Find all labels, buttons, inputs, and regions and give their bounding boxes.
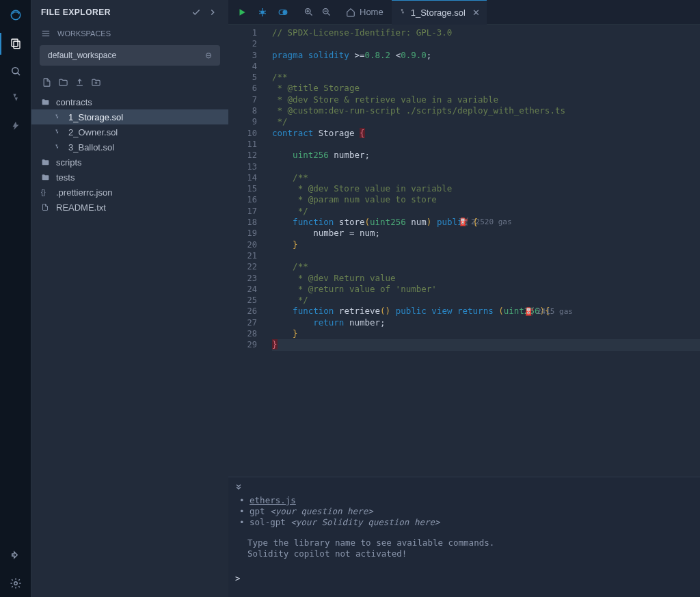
code-line[interactable]: */ (272, 116, 700, 127)
code-line[interactable]: function retrieve() public view returns … (272, 306, 700, 317)
code-line[interactable]: // SPDX-License-Identifier: GPL-3.0 (272, 27, 700, 38)
code-line[interactable] (272, 139, 700, 150)
upload-folder-icon[interactable] (89, 75, 103, 89)
code-line[interactable]: * @dev Return value (272, 273, 700, 284)
tree-label: scripts (56, 157, 82, 168)
tree-file[interactable]: README.txt (31, 200, 228, 215)
home-tab[interactable]: Home (338, 0, 392, 25)
hamburger-icon[interactable] (41, 29, 51, 38)
new-file-icon[interactable] (40, 75, 53, 89)
code-line[interactable]: * @title Storage (272, 83, 700, 94)
tree-folder[interactable]: contracts (31, 94, 228, 109)
code-line[interactable]: uint256 number; (272, 150, 700, 161)
line-number: 1 (228, 27, 267, 38)
line-number: 11 (228, 139, 267, 150)
code-line[interactable]: */ (272, 206, 700, 217)
svg-line-26 (327, 13, 329, 15)
code-line[interactable] (272, 61, 700, 72)
code-line[interactable]: * @dev Store value in variable (272, 183, 700, 194)
code-line[interactable]: } (272, 239, 700, 250)
run-controls (228, 4, 297, 21)
code-line[interactable]: */ (272, 295, 700, 306)
line-number: 7 (228, 94, 267, 105)
settings-icon[interactable] (0, 570, 31, 597)
svg-line-18 (265, 13, 266, 14)
svg-point-5 (14, 582, 17, 585)
workspace-select[interactable]: default_workspace ⊖ (40, 45, 220, 66)
run-icon[interactable] (234, 4, 250, 21)
zoom-out-icon[interactable] (319, 5, 334, 20)
toggle-icon[interactable] (275, 4, 291, 21)
tree-label: 2_Owner.sol (68, 127, 118, 137)
line-number: 18 (228, 217, 267, 228)
code-line[interactable]: * @param num value to store (272, 194, 700, 205)
new-folder-icon[interactable] (56, 75, 70, 89)
folder-icon (41, 98, 52, 107)
terminal-body[interactable]: ethers.js gpt <your question here> sol-g… (228, 477, 700, 589)
upload-icon[interactable] (72, 75, 86, 89)
code-line[interactable] (272, 250, 700, 261)
file-tab[interactable]: 1_Storage.sol ✕ (392, 0, 487, 25)
tree-label: .prettierrc.json (56, 187, 112, 198)
svg-rect-1 (12, 39, 18, 47)
line-number: 10 (228, 128, 267, 139)
tree-file[interactable]: 2_Owner.sol (31, 124, 228, 140)
line-number: 24 (228, 284, 267, 295)
code-line[interactable]: /** (272, 261, 700, 272)
line-number: 17 (228, 206, 267, 217)
terminal-line: ethers.js (247, 495, 695, 506)
code-line[interactable]: } (272, 339, 700, 350)
sol-icon (53, 114, 64, 121)
code-line[interactable]: } (272, 328, 700, 339)
line-gutter: 1234567891011121314151617181920212223242… (228, 25, 267, 477)
terminal-line: gpt <your question here> (247, 506, 695, 517)
debug-icon[interactable] (254, 4, 271, 21)
solidity-compiler-icon[interactable] (0, 85, 31, 112)
line-number: 16 (228, 194, 267, 205)
svg-line-22 (310, 13, 312, 15)
sol-icon (53, 129, 64, 136)
terminal-prompt[interactable]: > (235, 573, 695, 584)
line-number: 12 (228, 150, 267, 161)
terminal-collapse-icon[interactable] (234, 481, 243, 493)
code-line[interactable]: number = num; (272, 228, 700, 239)
code-line[interactable]: * @custom:dev-run-script ./scripts/deplo… (272, 105, 700, 116)
plugins-icon[interactable] (0, 542, 31, 570)
code-line[interactable]: /** (272, 72, 700, 83)
code-editor[interactable]: 1234567891011121314151617181920212223242… (228, 25, 700, 477)
workspace-menu-icon[interactable]: ⊖ (205, 51, 212, 60)
zoom-in-icon[interactable] (301, 5, 316, 20)
line-number: 20 (228, 239, 267, 250)
terminal-panel: ethers.js gpt <your question here> sol-g… (228, 477, 700, 597)
main-panel: Home 1_Storage.sol ✕ 1234567891011121314… (228, 0, 700, 597)
tree-folder[interactable]: scripts (31, 155, 228, 170)
sidebar-title: FILE EXPLORER (41, 8, 111, 17)
tree-file[interactable]: 3_Ballot.sol (31, 140, 228, 155)
tree-file[interactable]: {}.prettierrc.json (31, 185, 228, 200)
gas-annotation: ⛽2415 gas (525, 306, 573, 317)
search-icon[interactable] (0, 57, 31, 85)
code-line[interactable]: /** (272, 172, 700, 183)
line-number: 2 (228, 38, 267, 49)
code-line[interactable] (272, 38, 700, 49)
code-line[interactable] (272, 161, 700, 172)
code-line[interactable]: contract Storage { (272, 128, 700, 139)
code-line[interactable]: pragma solidity >=0.8.2 <0.9.0; (272, 50, 700, 61)
sidebar-title-row: FILE EXPLORER (31, 0, 228, 25)
line-number: 6 (228, 83, 267, 94)
code-area[interactable]: // SPDX-License-Identifier: GPL-3.0pragm… (267, 25, 700, 477)
tab-close-icon[interactable]: ✕ (472, 8, 480, 18)
doc-icon (41, 203, 52, 211)
code-line[interactable]: * @dev Store & retrieve value in a varia… (272, 94, 700, 105)
code-line[interactable]: * @return value of 'number' (272, 284, 700, 295)
tree-folder[interactable]: tests (31, 170, 228, 185)
deploy-icon[interactable] (0, 112, 31, 140)
file-explorer-icon[interactable] (0, 30, 31, 57)
line-number: 27 (228, 317, 267, 328)
home-tab-label: Home (360, 7, 383, 17)
chevron-right-icon[interactable] (206, 6, 219, 18)
workspaces-row: WORKSPACES (31, 25, 228, 45)
code-line[interactable]: return number; (272, 317, 700, 328)
check-icon[interactable] (190, 6, 202, 18)
tree-file[interactable]: 1_Storage.sol (31, 109, 228, 124)
